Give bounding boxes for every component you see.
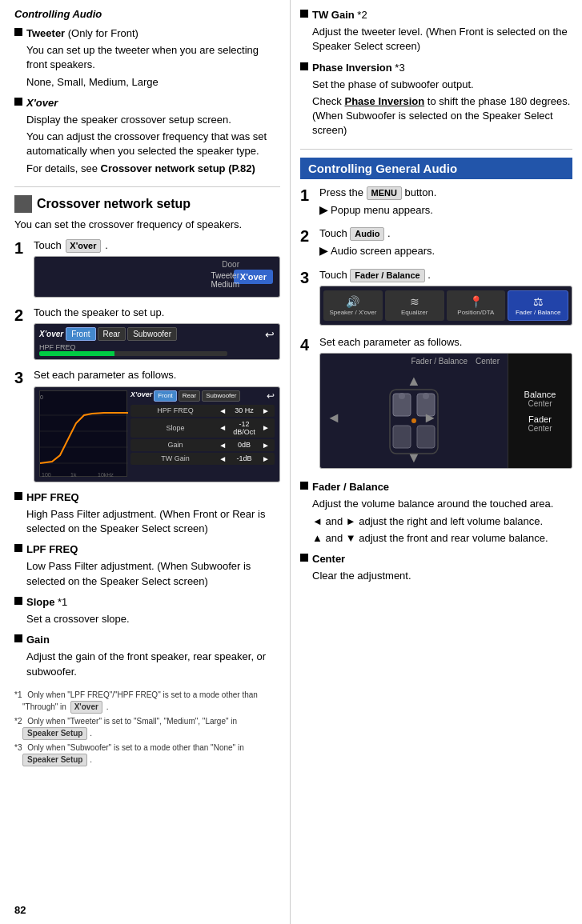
sub-tab2[interactable]: Subwoofer (202, 390, 240, 402)
crossover-heading: Crossover network setup (14, 195, 280, 213)
right-step-2-num: 2 (300, 226, 315, 246)
fader-balance-item: Fader / Balance Adjust the volume balanc… (300, 480, 572, 548)
step-2-label: Touch the speaker to set up. (34, 306, 280, 320)
tweeter-screen-label: Tweeter (211, 271, 239, 280)
fader-balance-desc: Fader / Balance Adjust the volume balanc… (312, 480, 572, 548)
audio-btn[interactable]: Audio (350, 227, 384, 241)
gain-left-btn[interactable]: ◄ (217, 441, 228, 450)
center-desc: Center Clear the adjustment. (312, 552, 572, 586)
hpf-label: HPF FREQ (39, 343, 275, 351)
crossover-desc: You can set the crossover frequency of s… (14, 218, 280, 232)
slope-right-btn[interactable]: ► (260, 423, 271, 432)
right-step-2: 2 Touch Audio . ▶Audio screen appears. (300, 226, 572, 262)
audio-screen-text: Audio screen appears. (331, 245, 435, 257)
svg-text:0: 0 (40, 394, 43, 400)
crossover-title: Crossover network setup (37, 197, 191, 211)
right-column: TW Gain *2 Adjust the tweeter level. (Wh… (291, 0, 582, 924)
nav-tab-fader[interactable]: ⚖ Fader / Balance (508, 290, 568, 321)
step-3-content: Set each parameter as follows. (34, 368, 280, 483)
hpf-freq-item: HPF FREQ High Pass Filter adjustment. (W… (14, 490, 280, 539)
nav-tab-equalizer[interactable]: ≋ Equalizer (385, 290, 444, 321)
tweeter-item: Tweeter (Only for Front) You can set up … (14, 26, 280, 92)
svg-point-13 (399, 393, 405, 399)
nav-tabs-screen: 🔊 Speaker / X'over ≋ Equalizer 📍 Positio… (319, 286, 572, 326)
step-3-num: 3 (14, 368, 29, 387)
step3-screen: 100 1k 10kHz 0 X'over Front Rear (34, 386, 280, 482)
back-btn2[interactable]: ↩ (267, 390, 275, 402)
rear-tab2[interactable]: Rear (179, 390, 200, 402)
balance-row: Balance Center (524, 390, 556, 408)
popup-text: Popup menu appears. (331, 204, 433, 216)
slope-row: Slope ◄ -12 dB/Oct ► (130, 418, 275, 438)
eq-tab-icon: ≋ (410, 295, 419, 308)
step-2-num: 2 (14, 306, 29, 325)
step-1-label: Touch X'over . (34, 238, 280, 253)
right-step-1: 1 Press the MENU button. ▶Popup menu app… (300, 186, 572, 221)
page-header: Controlling Audio (14, 8, 280, 20)
gain-item: Gain Adjust the gain of the front speake… (14, 633, 280, 682)
page-number: 82 (14, 904, 26, 916)
xover-item: X'over Display the speaker crossover set… (14, 96, 280, 178)
back-btn[interactable]: ↩ (265, 328, 275, 341)
twgain-right-btn[interactable]: ► (260, 454, 271, 463)
hpf-right-btn[interactable]: ► (260, 406, 271, 415)
hpf-label-text: HPF FREQ (26, 491, 79, 503)
fader-tab-icon: ⚖ (533, 295, 544, 308)
gain-label-text: Gain (26, 634, 50, 646)
fader-balance-btn[interactable]: Fader / Balance (350, 269, 424, 282)
bullet-icon (300, 10, 308, 18)
slope-left-btn[interactable]: ◄ (217, 423, 228, 432)
phase-text1: Set the phase of subwoofer output. (312, 78, 572, 92)
xover-button[interactable]: X'over (234, 270, 273, 284)
hpf-freq-row: HPF FREQ ◄ 30 Hz ► (130, 405, 275, 417)
subwoofer-tab[interactable]: Subwoofer (127, 327, 177, 341)
step-3: 3 Set each parameter as follows. (14, 368, 280, 483)
xover-label: X'over (26, 97, 58, 109)
hpf-left-btn[interactable]: ◄ (217, 406, 228, 415)
step-1-num: 1 (14, 238, 29, 258)
fader-balance-label: Fader / Balance (312, 481, 389, 493)
divider (14, 186, 280, 187)
pos-tab-label: Position/DTA (457, 309, 494, 316)
gain-right-btn[interactable]: ► (260, 441, 271, 450)
tw-gain-content: TW Gain *2 Adjust the tweeter level. (Wh… (312, 8, 572, 57)
front-tab[interactable]: Front (66, 327, 95, 341)
nav-tab-speaker[interactable]: 🔊 Speaker / X'over (323, 290, 383, 321)
phase-inversion-suffix: *3 (392, 62, 405, 74)
step1-screen: Door Tweeter Medium X'over (34, 256, 280, 298)
fader-balance-screen: Fader / Balance Center ▲ ▼ ◄ ► (319, 353, 572, 469)
svg-rect-11 (393, 426, 411, 448)
fader-right-arrow[interactable]: ► (423, 409, 437, 426)
svg-point-14 (423, 393, 429, 399)
tw-gain-item: TW Gain *2 Adjust the tweeter level. (Wh… (300, 8, 572, 57)
right-step-4-label: Set each parameter as follows. (319, 335, 572, 350)
lpf-content: LPF FREQ Low Pass Filter adjustment. (Wh… (26, 542, 280, 591)
crossover-section-icon (14, 195, 32, 213)
nav-tab-position[interactable]: 📍 Position/DTA (447, 290, 506, 321)
right-step-4-content: Set each parameter as follows. Fader / B… (319, 335, 572, 474)
rear-tab[interactable]: Rear (98, 327, 126, 341)
graph-svg: 100 1k 10kHz 0 (40, 391, 128, 478)
bullet-icon (14, 544, 22, 552)
center-text: Clear the adjustment. (312, 569, 572, 583)
speaker-tab-icon: 🔊 (346, 295, 359, 308)
fader-down-arrow[interactable]: ▼ (407, 450, 421, 466)
tw-gain-text: Adjust the tweeter level. (When Front is… (312, 25, 572, 54)
front-tab2[interactable]: Front (154, 390, 177, 402)
fader-up-arrow[interactable]: ▲ (407, 373, 421, 390)
twgain-left-btn[interactable]: ◄ (217, 454, 228, 463)
xover-text1: Display the speaker crossover setup scre… (26, 113, 280, 127)
phase-inversion-content: Phase Inversion *3 Set the phase of subw… (312, 61, 572, 141)
svg-rect-12 (417, 426, 435, 448)
menu-btn[interactable]: MENU (367, 186, 402, 200)
slope-suffix: *1 (54, 596, 67, 608)
bullet-icon (14, 634, 22, 642)
slope-item: Slope *1 Set a crossover slope. (14, 595, 280, 629)
gain-content: Gain Adjust the gain of the front speake… (26, 633, 280, 682)
left-column: Controlling Audio Tweeter (Only for Fron… (0, 0, 291, 924)
fader-left-arrow[interactable]: ◄ (327, 409, 341, 426)
crossover-graph: 100 1k 10kHz 0 (39, 390, 127, 477)
hpf-content: HPF FREQ High Pass Filter adjustment. (W… (26, 490, 280, 539)
right-step-1-content: Press the MENU button. ▶Popup menu appea… (319, 186, 572, 221)
gain-row: Gain ◄ 0dB ► (130, 439, 275, 451)
